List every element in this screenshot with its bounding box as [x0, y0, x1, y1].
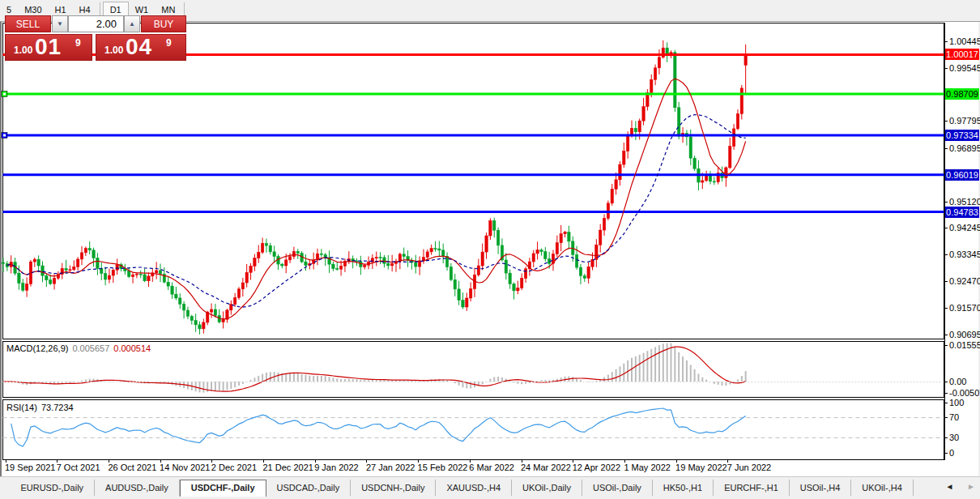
date-tick-21-dec-2021: 21 Dec 2021: [263, 463, 313, 472]
date-tick-19-sep-2021: 19 Sep 2021: [5, 463, 55, 472]
chart-tab-bar: EURUSD-,DailyAUDUSD-,DailyUSDCHF-,DailyU…: [0, 480, 980, 497]
volume-increase-button[interactable]: ▲: [124, 15, 140, 32]
macd-main-value: 0.005657: [72, 343, 109, 353]
mt4-application-window: 5M30H1H4D1W1MN ▲USDCHF-,Daily0.996631.00…: [0, 0, 980, 499]
date-tick-15-feb-2022: 15 Feb 2022: [418, 463, 468, 472]
rsi-tick-30: 30: [949, 433, 959, 443]
price-tick-0.91570: 0.91570: [949, 303, 980, 313]
rsi-tick-70: 70: [949, 412, 959, 423]
buy-price-digits: 04: [126, 34, 152, 60]
chart-tab-audusd-daily[interactable]: AUDUSD-,Daily: [95, 480, 180, 496]
price-tick-1.00445: 1.00445: [949, 36, 980, 47]
date-tick-19-may-2022: 19 May 2022: [675, 463, 727, 472]
tab-scroll-left-icon[interactable]: ◄: [945, 482, 953, 491]
macd-tick-0.00: 0.00: [949, 377, 966, 387]
date-tick-26-oct-2021: 26 Oct 2021: [108, 463, 156, 472]
rsi-tick-100: 100: [949, 398, 964, 408]
chart-tab-ukoil-daily[interactable]: UKOil-,Daily: [512, 480, 582, 496]
rsi-tick-0: 0: [949, 448, 954, 458]
macd-name: MACD(12,26,9): [6, 343, 68, 353]
sell-price-prefix: 1.00: [14, 45, 32, 56]
price-tick-0.90695: 0.90695: [949, 330, 980, 340]
buy-button[interactable]: BUY: [141, 15, 186, 32]
chart-tab-eurchf-h1[interactable]: EURCHF-,H1: [714, 480, 790, 496]
chart-tab-hk50-h1[interactable]: HK50-,H1: [653, 480, 714, 496]
rsi-current-value: 73.7234: [41, 403, 74, 412]
tab-scroll-controls: ◄ ►: [945, 482, 975, 491]
date-tick-27-jan-2022: 27 Jan 2022: [366, 463, 415, 472]
date-tick-7-oct-2021: 7 Oct 2021: [57, 463, 100, 472]
date-tick-24-mar-2022: 24 Mar 2022: [521, 463, 571, 472]
date-tick-6-mar-2022: 6 Mar 2022: [469, 463, 514, 472]
price-tick-0.96895: 0.96895: [949, 143, 980, 154]
price-line-badge-1.00017: 1.00017: [945, 49, 979, 60]
price-tick-0.97795: 0.97795: [949, 116, 980, 126]
buy-price-display[interactable]: 1.00 04 9: [96, 34, 186, 61]
macd-indicator-label: MACD(12,26,9)0.0056570.000514: [6, 343, 151, 353]
price-tick-0.99545: 0.99545: [949, 63, 980, 74]
macd-tick-0.01555: 0.01555: [949, 340, 980, 351]
chart-tab-xauusd-h4[interactable]: XAUUSD-,H4: [436, 480, 512, 496]
price-line-badge-0.97334: 0.97334: [945, 130, 979, 141]
chart-tab-ukoil-h4[interactable]: UKOil-,H4: [851, 480, 914, 496]
chart-tab-usdchf-daily[interactable]: USDCHF-,Daily: [180, 480, 266, 497]
price-tick-0.94245: 0.94245: [949, 223, 980, 233]
price-line-badge-0.94783: 0.94783: [945, 207, 979, 218]
tab-scroll-right-icon[interactable]: ►: [967, 482, 975, 491]
sell-price-display[interactable]: 1.00 01 9: [5, 34, 92, 61]
macd-signal-value: 0.000514: [113, 343, 151, 353]
chart-tab-usoil-h4[interactable]: USOil-,H4: [790, 480, 852, 496]
chart-canvas[interactable]: [0, 0, 980, 499]
chart-tab-usdcnh-daily[interactable]: USDCNH-,Daily: [351, 480, 436, 496]
price-line-badge-0.96019: 0.96019: [945, 169, 979, 181]
one-click-trading-panel: SELL ▼ 2.00 ▲ BUY 1.00 01 9 1.00 04 9: [5, 15, 186, 61]
chart-tab-usdcad-daily[interactable]: USDCAD-,Daily: [266, 480, 352, 496]
volume-decrease-button[interactable]: ▼: [52, 15, 68, 32]
date-tick-9-jan-2022: 9 Jan 2022: [314, 463, 358, 472]
date-tick-1-may-2022: 1 May 2022: [624, 463, 670, 472]
chart-tab-eurusd-daily[interactable]: EURUSD-,Daily: [10, 480, 95, 496]
date-tick-2-dec-2021: 2 Dec 2021: [211, 463, 257, 472]
price-line-badge-0.98709: 0.98709: [945, 88, 979, 100]
rsi-name: RSI(14): [6, 403, 37, 412]
price-tick-0.93345: 0.93345: [949, 250, 980, 260]
chart-tab-usoil-daily[interactable]: USOil-,Daily: [582, 480, 653, 496]
date-tick-14-nov-2021: 14 Nov 2021: [160, 463, 210, 472]
buy-price-pipette: 9: [166, 37, 172, 49]
buy-price-prefix: 1.00: [104, 45, 123, 56]
sell-button[interactable]: SELL: [5, 15, 51, 32]
date-tick-7-jun-2022: 7 Jun 2022: [727, 463, 771, 472]
sell-price-digits: 01: [35, 34, 62, 60]
price-tick-0.92470: 0.92470: [949, 276, 980, 287]
date-tick-12-apr-2022: 12 Apr 2022: [573, 463, 620, 472]
sell-price-pipette: 9: [75, 37, 81, 49]
rsi-indicator-label: RSI(14)73.7234: [6, 403, 74, 412]
volume-input[interactable]: 2.00: [68, 15, 124, 32]
